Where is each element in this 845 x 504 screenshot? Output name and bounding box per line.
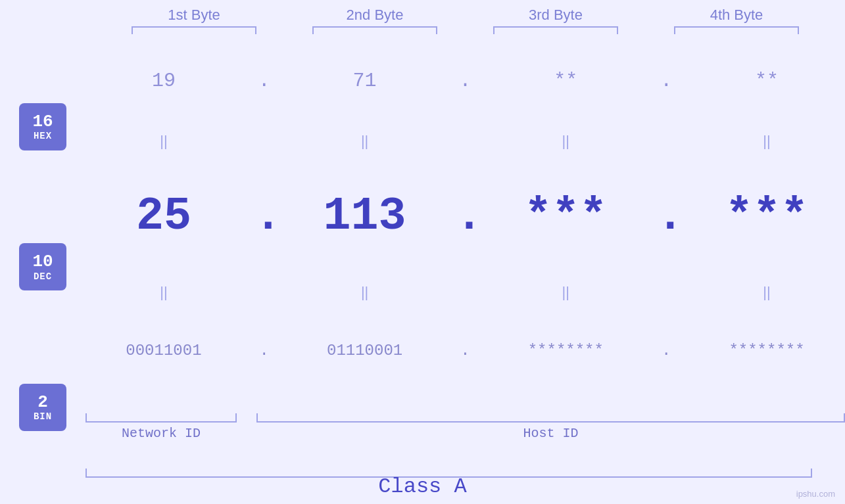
bracket-byte4 [674,26,799,34]
dec-row: 25 . 113 . *** . *** [85,191,845,242]
byte1-label: 1st Byte [128,7,260,24]
watermark: ipshu.com [796,489,835,499]
eq6: || [299,284,431,301]
byte2-label: 2nd Byte [309,7,441,24]
hex-val2: 71 [299,70,431,92]
dec-val3: *** [500,191,631,242]
bin-dot1: . [254,342,274,359]
bin-dot2: . [455,342,475,359]
byte4-label: 4th Byte [671,7,802,24]
host-id-label: Host ID [256,426,845,441]
hex-dot3: . [656,70,676,92]
data-rows: 19 . 71 . ** . ** || || || || 25 [85,43,845,504]
byte3-label: 3rd Byte [490,7,621,24]
network-bracket [85,413,237,423]
eq5: || [98,284,229,301]
bin-val1: 00011001 [98,342,229,359]
bin-row: 00011001 . 01110001 . ******** . *******… [85,342,845,359]
dec-val1: 25 [98,191,229,242]
dec-val2: 113 [299,191,431,242]
main-container: 1st Byte 2nd Byte 3rd Byte 4th Byte 16 H… [0,0,845,504]
bottom-bracket-area: Network ID Host ID [85,405,845,445]
hex-val3: ** [500,70,631,92]
hex-row: 19 . 71 . ** . ** [85,70,845,92]
eq8: || [701,284,833,301]
eq1: || [98,133,229,150]
badge-bin-label: BIN [34,411,52,422]
badge-dec-num: 10 [32,252,53,271]
bin-val3: ******** [500,342,631,359]
hex-dot1: . [254,70,274,92]
bin-val2: 01110001 [299,342,431,359]
dec-dot1: . [254,191,274,242]
eq4: || [701,133,833,150]
host-bracket [256,413,845,423]
bracket-byte1 [132,26,256,34]
badge-bin: 2 BIN [19,384,66,431]
eq3: || [500,133,631,150]
badge-hex-num: 16 [32,112,53,131]
badge-hex: 16 HEX [19,103,66,150]
class-bar: Class A [0,455,845,504]
badge-dec-label: DEC [34,271,52,282]
equals-row1: || || || || [85,131,845,151]
dec-dot3: . [656,191,676,242]
badge-bin-num: 2 [37,393,48,412]
byte-headers: 1st Byte 2nd Byte 3rd Byte 4th Byte [104,7,827,24]
hex-dot2: . [455,70,475,92]
dec-val4: *** [701,191,833,242]
network-id-label: Network ID [85,426,237,441]
eq7: || [500,284,631,301]
hex-val1: 19 [98,70,229,92]
bracket-byte2 [312,26,437,34]
dec-dot2: . [455,191,475,242]
content-area: 16 HEX 10 DEC 2 BIN 19 . 71 . ** . ** [0,43,845,504]
badges-column: 16 HEX 10 DEC 2 BIN [0,43,85,504]
top-bracket-row [104,24,827,37]
badge-hex-label: HEX [34,131,52,141]
hex-val4: ** [701,70,833,92]
eq2: || [299,133,431,150]
class-label: Class A [378,474,466,499]
bin-val4: ******** [701,342,833,359]
equals-row2: || || || || [85,283,845,302]
bracket-byte3 [493,26,618,34]
badge-dec: 10 DEC [19,243,66,290]
bin-dot3: . [656,342,676,359]
